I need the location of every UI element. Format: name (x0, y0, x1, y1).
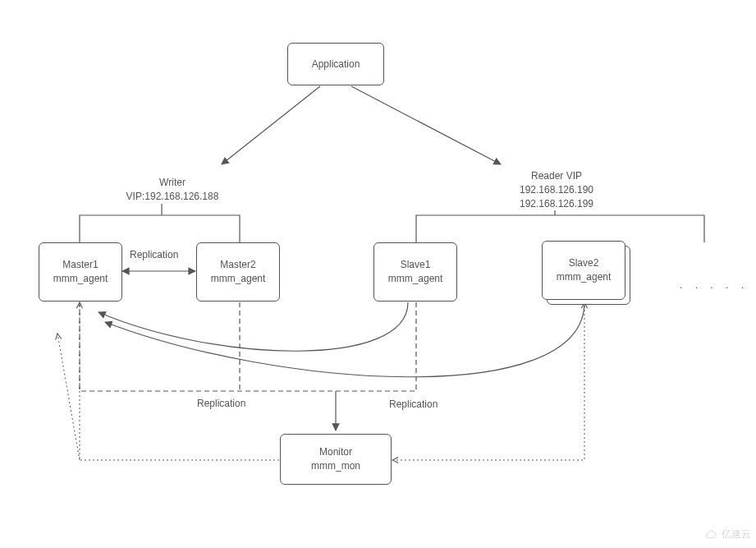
node-monitor-title: Monitor (292, 445, 379, 459)
node-master1-title: Master1 (51, 258, 110, 272)
node-slave1: Slave1 mmm_agent (373, 242, 457, 302)
node-master2-subtitle: mmm_agent (208, 272, 268, 286)
node-monitor: Monitor mmm_mon (280, 434, 392, 485)
node-slave2: Slave2 mmm_agent (542, 241, 625, 300)
label-reader-line2: 192.168.126.190 (499, 183, 614, 197)
label-reader-line3: 192.168.126.199 (499, 197, 614, 211)
node-master2: Master2 mmm_agent (196, 242, 280, 302)
node-application: Application (287, 43, 384, 85)
label-replication-left: Replication (197, 397, 245, 411)
node-slave1-subtitle: mmm_agent (386, 272, 445, 286)
cloud-icon (703, 527, 718, 541)
node-slave2-title: Slave2 (554, 256, 613, 270)
label-reader-line1: Reader VIP (499, 169, 614, 183)
label-replication-masters: Replication (130, 248, 178, 262)
label-replication-right: Replication (389, 398, 438, 412)
label-writer-line2: VIP:192.168.126.188 (107, 190, 238, 204)
watermark-text: 亿速云 (722, 527, 751, 541)
svg-line-0 (222, 86, 320, 164)
label-writer-line1: Writer (107, 176, 238, 190)
watermark: 亿速云 (703, 527, 751, 541)
node-slave1-title: Slave1 (386, 258, 445, 272)
node-master1-subtitle: mmm_agent (51, 272, 110, 286)
label-writer-vip: Writer VIP:192.168.126.188 (107, 176, 238, 204)
node-monitor-subtitle: mmm_mon (292, 459, 379, 473)
node-master2-title: Master2 (208, 258, 268, 272)
svg-line-1 (351, 86, 501, 164)
node-application-title: Application (300, 58, 372, 71)
node-slave2-subtitle: mmm_agent (554, 270, 613, 284)
label-reader-vip: Reader VIP 192.168.126.190 192.168.126.1… (499, 169, 614, 210)
ellipsis: . . . . . (680, 279, 749, 291)
node-master1: Master1 mmm_agent (39, 242, 122, 302)
